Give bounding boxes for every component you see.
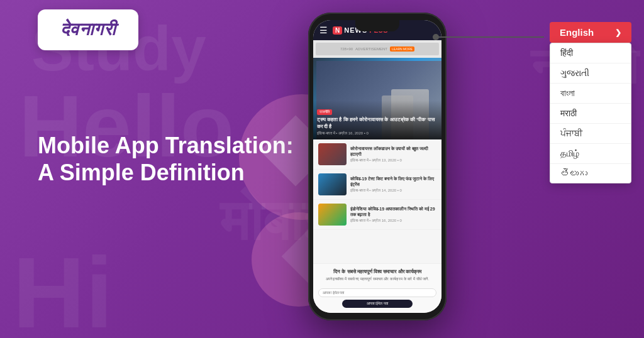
selected-language-label: English [560, 27, 594, 38]
news-list-item[interactable]: कोरोनावायरस लॉकडाउन के उपायों को बहुत जल… [313, 139, 441, 170]
news-list-item[interactable]: इंडोनेशिया कोविड-19 आपातकालीन स्थिति को … [313, 200, 441, 230]
news-item-content-1: कोरोनावायरस लॉकडाउन के उपायों को बहुत जल… [350, 146, 436, 163]
hamburger-icon[interactable]: ☰ [319, 25, 328, 35]
language-option-telugu[interactable]: తెలుగు [550, 164, 631, 183]
news-thumb-3 [318, 204, 347, 226]
news-thumb-1 [318, 143, 347, 165]
newsletter-submit-button[interactable]: आपका ईमेल पता [342, 300, 413, 308]
main-news-title: ट्रम्प कहता है कि हमने कोरोनावायरस के आउ… [317, 117, 438, 130]
phone-screen: ☰ N NEWS PLUS 728×90 ADVERTISEMENT LEARN… [313, 20, 441, 313]
language-option-bangla[interactable]: বাংলা [550, 84, 631, 104]
news-item-meta-2: इंडिया-भारत में • अप्रैल 14, 2020 • 0 [350, 188, 436, 193]
app-logo-n: N [333, 26, 342, 35]
language-option-punjabi[interactable]: ਪੰਜਾਬੀ [550, 124, 631, 144]
main-news-tag: राजनीति [317, 109, 332, 115]
main-news-item[interactable]: राजनीति ट्रम्प कहता है कि हमने कोरोनावाय… [313, 58, 441, 139]
phone-outer: ☰ N NEWS PLUS 728×90 ADVERTISEMENT LEARN… [308, 13, 447, 320]
main-news-meta: इंडिया-भारत में • अप्रैल 16, 2020 • 0 [317, 131, 438, 136]
dropdown-arrow-icon: ❯ [615, 28, 621, 37]
ad-learn-more-button[interactable]: LEARN MORE [390, 46, 414, 52]
news-item-meta-1: इंडिया-भारत में • अप्रैल 13, 2020 • 0 [350, 158, 436, 163]
language-option-hindi[interactable]: हिंदी [550, 43, 631, 63]
dropdown-selected-value[interactable]: English ❯ [550, 22, 631, 43]
news-content: राजनीति ट्रम्प कहता है कि हमने कोरोनावाय… [313, 58, 441, 313]
news-list-item[interactable]: कोविड-19 टेस्ट किट बनाने के लिए फंड जुटा… [313, 170, 441, 200]
ad-banner: 728×90 ADVERTISEMENT LEARN MORE [313, 40, 441, 58]
news-list: कोरोनावायरस लॉकडाउन के उपायों को बहुत जल… [313, 139, 441, 263]
news-item-title-3: इंडोनेशिया कोविड-19 आपातकालीन स्थिति को … [350, 206, 436, 217]
newsletter-email-input[interactable] [318, 288, 436, 297]
news-item-title-1: कोरोनावायरस लॉकडाउन के उपायों को बहुत जल… [350, 146, 436, 157]
news-item-content-2: कोविड-19 टेस्ट किट बनाने के लिए फंड जुटा… [350, 176, 436, 193]
newsletter-section: दिन के सबसे महत्वपूर्ण विश्व समाचार और क… [313, 263, 441, 313]
bg-text-hi: Hi [13, 235, 113, 338]
language-dropdown[interactable]: English ❯ हिंदी ગુજરાતી বাংলা मराठी ਪੰਜਾ… [550, 22, 631, 183]
language-option-tamil[interactable]: தமிழ் [550, 144, 631, 164]
news-item-content-3: इंडोनेशिया कोविड-19 आपातकालीन स्थिति को … [350, 206, 436, 223]
logo-text: देवनागरी [60, 19, 116, 40]
phone-mockup: ☰ N NEWS PLUS 728×90 ADVERTISEMENT LEARN… [308, 13, 447, 320]
news-item-meta-3: इंडिया-भारत में • अप्रैल 16, 2020 • 0 [350, 219, 436, 223]
news-thumb-2 [318, 173, 347, 195]
title-line2: A Simple Definition [38, 159, 294, 186]
title-line1: Mobile App Translation: [38, 132, 294, 159]
newsletter-desc: अपने इनबॉक्स में सबसे नए महत्वपूर्ण समाच… [318, 277, 436, 282]
language-option-gujarati[interactable]: ગુજરાતી [550, 63, 631, 84]
logo-container: देवनागरी [38, 9, 138, 50]
main-news-overlay: राजनीति ट्रम्प कहता है कि हमने कोरोनावाय… [313, 101, 441, 139]
ad-size: 728×90 [340, 47, 353, 51]
phone-notch [355, 20, 399, 31]
dropdown-menu: हिंदी ગુજરાતી বাংলা मराठी ਪੰਜਾਬੀ தமிழ் త… [550, 43, 631, 183]
main-title: Mobile App Translation: A Simple Definit… [38, 132, 294, 186]
newsletter-title: दिन के सबसे महत्वपूर्ण विश्व समाचार और क… [318, 269, 436, 275]
language-option-marathi[interactable]: मराठी [550, 104, 631, 124]
ad-label: ADVERTISEMENT [355, 47, 387, 51]
connector-line [437, 36, 544, 38]
news-item-title-2: कोविड-19 टेस्ट किट बनाने के लिए फंड जुटा… [350, 176, 436, 187]
main-news-image: राजनीति ट्रम्प कहता है कि हमने कोरोनावाय… [313, 58, 441, 139]
